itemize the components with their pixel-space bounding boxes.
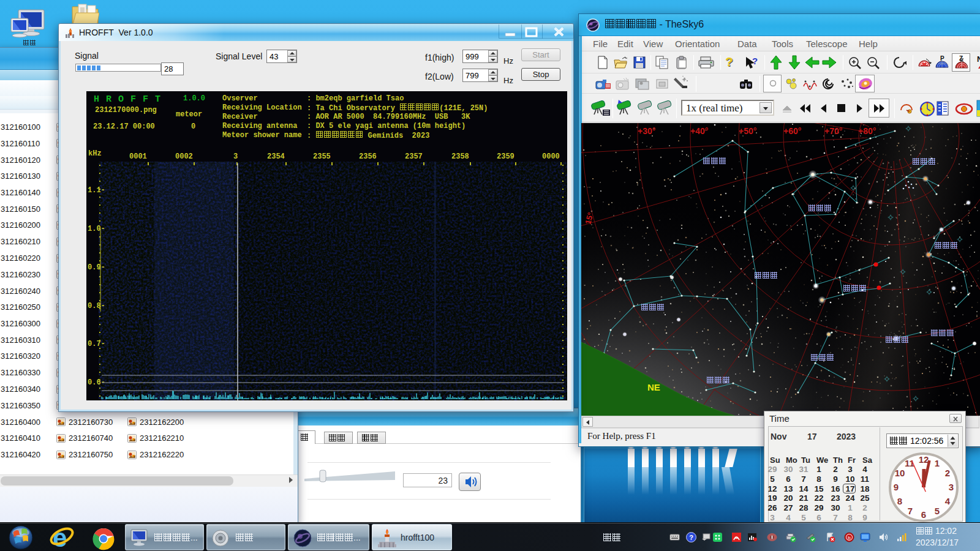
svg-text:P: P [940,55,944,62]
svg-text:7: 7 [908,506,913,516]
svg-text:5: 5 [935,506,940,516]
svg-text:?: ? [689,534,693,541]
svg-text:1: 1 [935,458,940,468]
svg-text:6: 6 [921,509,926,520]
svg-text:8: 8 [897,496,902,506]
svg-text:10: 10 [895,468,905,478]
svg-text:N: N [977,54,980,64]
svg-text:3: 3 [949,482,954,492]
svg-text:12: 12 [919,454,929,465]
svg-text:4: 4 [945,496,951,506]
svg-text:?: ? [752,56,758,66]
svg-text:2: 2 [945,468,950,478]
svg-text:b: b [848,535,851,541]
svg-text:9: 9 [894,482,899,492]
